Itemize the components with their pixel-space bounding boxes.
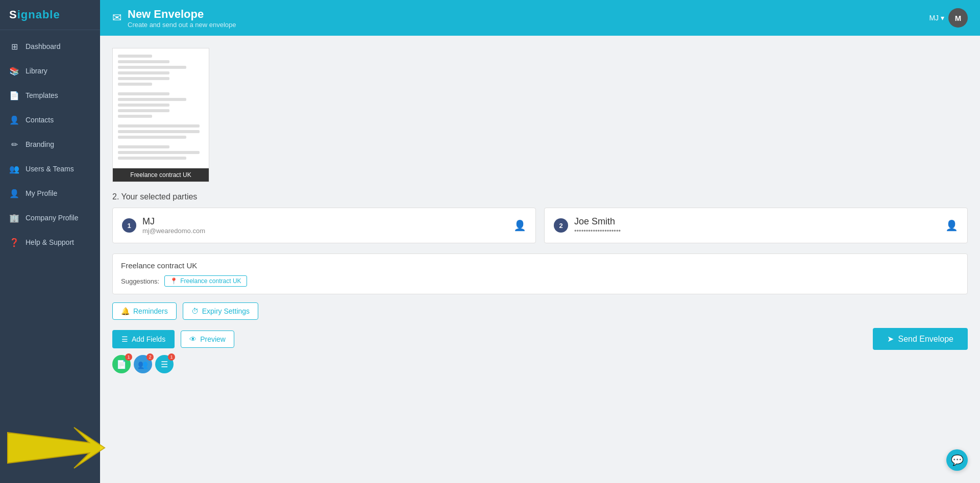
page-subtitle: Create and send out a new envelope [128, 21, 236, 29]
header: ✉ New Envelope Create and send out a new… [100, 0, 980, 36]
party-avatar-icon-1: 👤 [513, 219, 526, 232]
sidebar-item-my-profile[interactable]: 👤 My Profile [0, 181, 100, 206]
sidebar-item-contacts[interactable]: 👤 Contacts [0, 108, 100, 132]
logo-area: Signable [0, 0, 100, 30]
doc-line [118, 83, 152, 86]
document-preview[interactable]: Freelance contract UK [112, 48, 209, 182]
templates-icon: 📄 [9, 90, 19, 100]
preview-label: Preview [200, 335, 226, 343]
dashboard-icon: ⊞ [9, 41, 19, 52]
sidebar-item-label: My Profile [26, 189, 57, 197]
sidebar-item-label: Branding [26, 140, 54, 148]
circle-doc-icon[interactable]: 📄 1 [112, 355, 131, 373]
party-avatar-icon-2: 👤 [945, 219, 958, 232]
sidebar-item-help-support[interactable]: ❓ Help & Support [0, 230, 100, 255]
nav-items: ⊞ Dashboard 📚 Library 📄 Templates 👤 Cont… [0, 30, 100, 483]
parties-row: 1 MJ mj@wearedomo.com 👤 2 Joe Smith ••••… [112, 208, 968, 243]
library-icon: 📚 [9, 66, 19, 76]
send-envelope-button[interactable]: ➤ Send Envelope [873, 328, 968, 350]
contacts-icon: 👤 [9, 115, 19, 125]
doc-line [118, 104, 169, 107]
doc-circle-icon: 📄 [116, 360, 127, 369]
reminders-button[interactable]: 🔔 Reminders [112, 302, 177, 320]
party-name-2: Joe Smith [574, 216, 621, 227]
chat-icon: 💬 [951, 454, 964, 466]
add-fields-button[interactable]: ☰ Add Fields [112, 330, 175, 348]
header-user[interactable]: MJ ▾ M [929, 8, 968, 28]
party-email-1: mj@wearedomo.com [142, 227, 205, 235]
expiry-settings-label: Expiry Settings [202, 307, 250, 315]
party-number-2: 2 [554, 218, 568, 233]
suggestion-pin-icon: 📍 [170, 277, 178, 285]
company-profile-icon: 🏢 [9, 213, 19, 223]
app-logo[interactable]: Signable [9, 8, 91, 21]
party-details-2: Joe Smith •••••••••••••••••••• [574, 216, 621, 235]
parties-section-title: 2. Your selected parties [112, 192, 968, 201]
clock-icon: ⏱ [191, 307, 199, 315]
suggestions-label: Suggestions: [121, 277, 159, 285]
users-circle-icon: 👥 [138, 360, 148, 369]
sidebar-item-company-profile[interactable]: 🏢 Company Profile [0, 206, 100, 230]
doc-line [118, 145, 169, 148]
content-area: Freelance contract UK 2. Your selected p… [100, 36, 980, 483]
circle-list-icon[interactable]: ☰ 1 [155, 355, 174, 373]
send-icon: ➤ [887, 334, 894, 344]
chat-bubble[interactable]: 💬 [946, 449, 968, 471]
party-details-1: MJ mj@wearedomo.com [142, 216, 205, 235]
avatar[interactable]: M [948, 8, 968, 28]
sidebar-item-users-teams[interactable]: 👥 Users & Teams [0, 157, 100, 181]
doc-line [118, 60, 169, 63]
document-label: Freelance contract UK [113, 168, 209, 182]
bottom-circles: 📄 1 👥 2 ☰ 1 [112, 355, 968, 373]
fields-icon: ☰ [121, 335, 128, 343]
sidebar-item-branding[interactable]: ✏ Branding [0, 132, 100, 157]
sidebar-item-label: Company Profile [26, 214, 79, 222]
bottom-left-buttons: ☰ Add Fields 👁 Preview [112, 330, 234, 348]
send-envelope-label: Send Envelope [898, 335, 953, 344]
suggestion-chip[interactable]: 📍 Freelance contract UK [164, 275, 247, 287]
sidebar-item-label: Users & Teams [26, 165, 74, 173]
sidebar-item-library[interactable]: 📚 Library [0, 59, 100, 83]
doc-line [118, 71, 169, 74]
circle-badge-1: 1 [125, 353, 132, 361]
sidebar: Signable ⊞ Dashboard 📚 Library 📄 Templat… [0, 0, 100, 483]
suggestion-text: Freelance contract UK [180, 277, 241, 285]
reminders-label: Reminders [133, 307, 168, 315]
user-initials-label: MJ ▾ [929, 14, 944, 22]
header-left: ✉ New Envelope Create and send out a new… [112, 8, 236, 29]
preview-button[interactable]: 👁 Preview [181, 331, 234, 348]
doc-line [118, 92, 169, 95]
doc-line [118, 124, 200, 128]
party-card-2[interactable]: 2 Joe Smith •••••••••••••••••••• 👤 [544, 208, 968, 243]
doc-line [118, 55, 152, 58]
document-inner [113, 48, 209, 168]
doc-line [118, 77, 169, 80]
doc-line [118, 157, 186, 160]
sidebar-item-label: Templates [26, 91, 58, 99]
party-name-1: MJ [142, 216, 205, 227]
branding-icon: ✏ [9, 139, 19, 149]
main-area: ✉ New Envelope Create and send out a new… [100, 0, 980, 483]
expiry-settings-button[interactable]: ⏱ Expiry Settings [183, 302, 258, 320]
sidebar-item-label: Dashboard [26, 42, 61, 50]
doc-line [118, 66, 186, 69]
sidebar-item-dashboard[interactable]: ⊞ Dashboard [0, 34, 100, 59]
circle-users-icon[interactable]: 👥 2 [134, 355, 152, 373]
header-titles: New Envelope Create and send out a new e… [128, 8, 236, 29]
party-info-2: 2 Joe Smith •••••••••••••••••••• [554, 216, 621, 235]
sidebar-item-label: Library [26, 67, 47, 75]
party-number-1: 1 [122, 218, 136, 233]
circle-badge-3: 1 [168, 353, 175, 361]
eye-icon: 👁 [189, 335, 197, 343]
doc-line [118, 136, 186, 139]
envelope-name-input[interactable] [121, 261, 959, 270]
my-profile-icon: 👤 [9, 188, 19, 198]
doc-line [118, 151, 200, 154]
sidebar-item-templates[interactable]: 📄 Templates [0, 83, 100, 108]
envelope-name-section: Suggestions: 📍 Freelance contract UK [112, 253, 968, 294]
doc-line [118, 109, 169, 112]
party-card-1[interactable]: 1 MJ mj@wearedomo.com 👤 [112, 208, 536, 243]
envelope-icon: ✉ [112, 11, 121, 24]
add-fields-label: Add Fields [132, 335, 165, 343]
doc-line [118, 130, 200, 133]
